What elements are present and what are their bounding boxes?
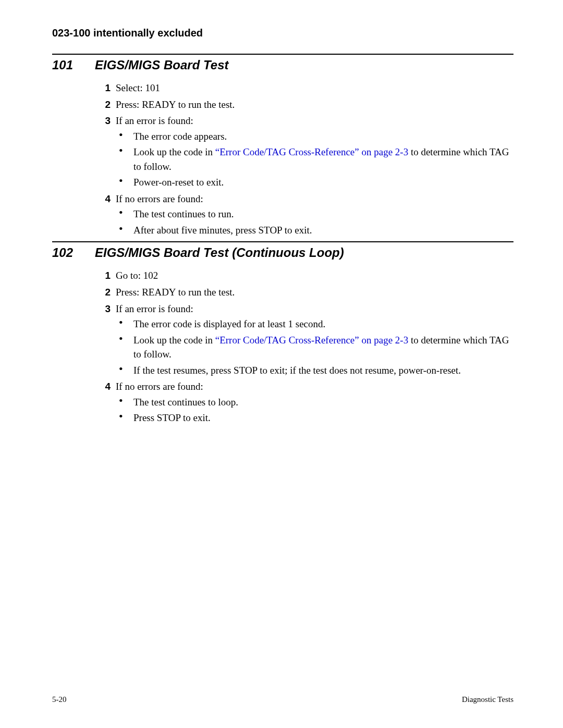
- bullet-text: The test continues to run.: [133, 208, 234, 219]
- section-number: 101: [52, 58, 95, 72]
- section-title: EIGS/MIGS Board Test: [95, 58, 229, 72]
- bullet-item: After about five minutes, press STOP to …: [116, 223, 513, 238]
- step-item: If an error is found: The error code app…: [95, 114, 513, 190]
- page: 023-100 intentionally excluded 101 EIGS/…: [0, 0, 563, 425]
- section-101: 101 EIGS/MIGS Board Test Select: 101 Pre…: [52, 54, 513, 237]
- footer-chapter-title: Diagnostic Tests: [462, 695, 513, 704]
- section-rule: [52, 54, 513, 55]
- step-list: Select: 101 Press: READY to run the test…: [95, 81, 513, 237]
- step-text: If an error is found:: [116, 303, 193, 314]
- bullet-item: The error code appears.: [116, 129, 513, 144]
- bullet-list: The error code is displayed for at least…: [116, 317, 513, 377]
- bullet-item: Look up the code in “Error Code/TAG Cros…: [116, 333, 513, 362]
- section-body: Go to: 102 Press: READY to run the test.…: [95, 268, 513, 425]
- section-title: EIGS/MIGS Board Test (Continuous Loop): [95, 245, 344, 260]
- step-item: Go to: 102: [95, 268, 513, 283]
- section-rule: [52, 241, 513, 242]
- footer-page-number: 5-20: [52, 695, 67, 704]
- section-heading: 101 EIGS/MIGS Board Test: [52, 58, 513, 72]
- step-item: Select: 101: [95, 81, 513, 95]
- bullet-item: The test continues to run.: [116, 207, 513, 221]
- bullet-item: Look up the code in “Error Code/TAG Cros…: [116, 145, 513, 174]
- page-footer: 5-20 Diagnostic Tests: [52, 695, 513, 704]
- step-text: Press: READY to run the test.: [116, 287, 235, 298]
- cross-reference-link[interactable]: “Error Code/TAG Cross-Reference” on page…: [215, 146, 408, 157]
- bullet-item: Press STOP to exit.: [116, 411, 513, 425]
- cross-reference-link[interactable]: “Error Code/TAG Cross-Reference” on page…: [215, 335, 408, 346]
- bullet-text: Press STOP to exit.: [133, 412, 211, 423]
- bullet-text: After about five minutes, press STOP to …: [133, 225, 312, 236]
- step-item: If an error is found: The error code is …: [95, 302, 513, 378]
- step-text: If no errors are found:: [116, 381, 203, 392]
- step-text: Select: 101: [116, 82, 160, 93]
- section-number: 102: [52, 245, 95, 260]
- section-102: 102 EIGS/MIGS Board Test (Continuous Loo…: [52, 241, 513, 425]
- step-text: If an error is found:: [116, 115, 193, 126]
- bullet-text: The test continues to loop.: [133, 397, 238, 408]
- bullet-text-pre: Look up the code in: [133, 335, 215, 346]
- section-heading: 102 EIGS/MIGS Board Test (Continuous Loo…: [52, 245, 513, 260]
- step-item: If no errors are found: The test continu…: [95, 379, 513, 425]
- step-item: If no errors are found: The test continu…: [95, 192, 513, 238]
- bullet-text: Power-on-reset to exit.: [133, 177, 224, 188]
- bullet-item: The error code is displayed for at least…: [116, 317, 513, 331]
- bullet-list: The test continues to run. After about f…: [116, 207, 513, 237]
- step-text: Press: READY to run the test.: [116, 99, 235, 110]
- bullet-text: If the test resumes, press STOP to exit;…: [133, 365, 461, 376]
- step-text: If no errors are found:: [116, 193, 203, 204]
- step-item: Press: READY to run the test.: [95, 97, 513, 112]
- step-list: Go to: 102 Press: READY to run the test.…: [95, 268, 513, 425]
- bullet-list: The error code appears. Look up the code…: [116, 129, 513, 190]
- excluded-note: 023-100 intentionally excluded: [52, 27, 513, 39]
- bullet-list: The test continues to loop. Press STOP t…: [116, 395, 513, 425]
- section-body: Select: 101 Press: READY to run the test…: [95, 81, 513, 237]
- step-item: Press: READY to run the test.: [95, 285, 513, 300]
- bullet-item: Power-on-reset to exit.: [116, 175, 513, 190]
- bullet-item: If the test resumes, press STOP to exit;…: [116, 363, 513, 378]
- bullet-item: The test continues to loop.: [116, 395, 513, 410]
- bullet-text: The error code appears.: [133, 131, 227, 142]
- step-text: Go to: 102: [116, 270, 158, 281]
- bullet-text-pre: Look up the code in: [133, 146, 215, 157]
- bullet-text: The error code is displayed for at least…: [133, 318, 325, 329]
